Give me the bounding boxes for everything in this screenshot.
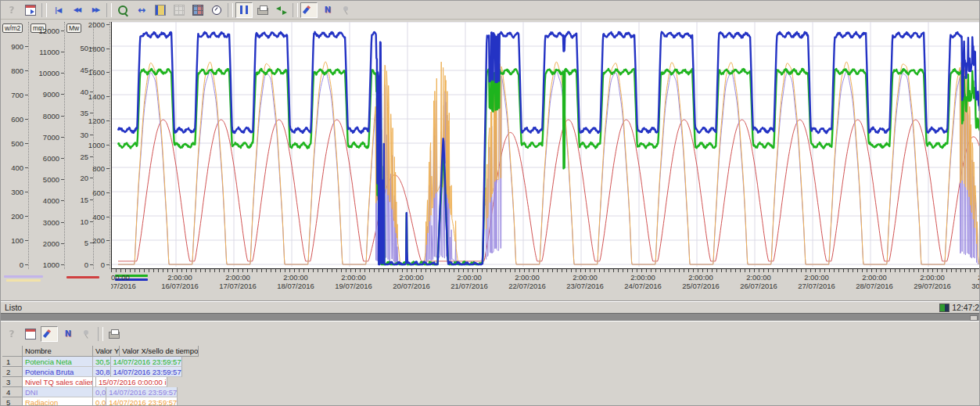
clockt-button[interactable] bbox=[208, 2, 225, 18]
y-axis-w/m2[interactable]: w/m29008007006005004003002001000 bbox=[1, 22, 29, 269]
cell-nombre[interactable]: Potencia Neta bbox=[23, 357, 93, 367]
x-tick-label: 2:00:0023/07/2016 bbox=[556, 273, 614, 290]
y-tick-mark bbox=[106, 24, 109, 25]
y-tick-mark bbox=[25, 216, 28, 217]
y-tick-label: 25 bbox=[80, 152, 88, 160]
toolbar-separator bbox=[293, 3, 298, 17]
pen-icon bbox=[44, 329, 55, 340]
y-tick-mark bbox=[106, 72, 109, 73]
x-tick-label: 2:00:0025/07/2016 bbox=[672, 273, 730, 290]
trend-plot[interactable] bbox=[112, 22, 980, 269]
series-dni[interactable] bbox=[118, 71, 980, 264]
panel-splitter[interactable] bbox=[1, 313, 980, 322]
compress-button[interactable] bbox=[152, 2, 169, 18]
letters-icon: N bbox=[322, 5, 333, 16]
cell-valor_y[interactable]: 30,5 bbox=[93, 357, 111, 367]
cell-nombre[interactable]: Potencia Bruta bbox=[23, 367, 93, 377]
x-tick-label: 2:00:0022/07/2016 bbox=[498, 273, 556, 290]
pen-button[interactable] bbox=[41, 326, 58, 342]
pin-button[interactable] bbox=[338, 2, 355, 18]
pan-button[interactable]: ↔ bbox=[133, 2, 150, 18]
legend-mark-radiacion bbox=[6, 279, 41, 282]
y-tick-label: 10 bbox=[80, 217, 88, 225]
y-tick-mark bbox=[25, 240, 28, 241]
trend-chart-area: w/m29008007006005004003002001000mm120001… bbox=[1, 20, 980, 313]
letters-button[interactable]: N bbox=[319, 2, 336, 18]
cell-valor_y[interactable]: 30,8 bbox=[93, 367, 111, 377]
table-header-row: NombreValor YValor X/sello de tiempo bbox=[2, 346, 979, 357]
row-number: 2 bbox=[2, 367, 23, 377]
y-tick-mark bbox=[90, 264, 93, 265]
pin-button[interactable] bbox=[78, 326, 95, 342]
table-row[interactable]: 2Potencia Bruta30,814/07/2016 23:59:57 bbox=[2, 367, 979, 377]
x-tick-date: 18/07/2016 bbox=[267, 282, 325, 290]
y-tick-mark bbox=[61, 222, 64, 223]
help-button[interactable]: ? bbox=[3, 326, 20, 342]
splitter-button[interactable] bbox=[970, 315, 978, 321]
page-forward-button[interactable]: ▶▶ bbox=[87, 2, 104, 18]
pan-icon: ↔ bbox=[136, 5, 147, 16]
export-img-icon bbox=[25, 329, 36, 340]
cell-valor_y[interactable]: 0,0 bbox=[93, 387, 106, 397]
chart-toolbar: ?|◀◀◀▶▶↔N bbox=[1, 1, 979, 20]
column-header-2[interactable]: Valor Y bbox=[93, 346, 120, 357]
y-tick-label: 300 bbox=[11, 188, 23, 196]
table-row[interactable]: 4DNI0,014/07/2016 23:59:57 bbox=[2, 387, 979, 397]
cell-nombre[interactable]: DNI bbox=[23, 387, 93, 397]
x-tick-label: 2:00:0019/07/2016 bbox=[325, 273, 382, 290]
cell-nombre[interactable]: Radiacion bbox=[23, 397, 93, 406]
x-tick-date: 30/07/2016 bbox=[961, 282, 980, 290]
print-button[interactable] bbox=[254, 2, 271, 18]
letters-button[interactable]: N bbox=[59, 326, 77, 342]
jump-start-button[interactable]: |◀ bbox=[49, 2, 66, 18]
y-tick-mark bbox=[25, 264, 28, 265]
y-tick-mark bbox=[61, 116, 64, 117]
pin-icon bbox=[81, 329, 92, 340]
trend-window: ?|◀◀◀▶▶↔N w/m290080070060050040030020010… bbox=[0, 0, 980, 406]
x-tick-label: 0:00:0015/07/2016 bbox=[111, 273, 146, 290]
series-potencia-bruta[interactable] bbox=[118, 32, 980, 264]
series-potencia-neta[interactable] bbox=[118, 69, 980, 264]
time-range-button[interactable] bbox=[22, 2, 39, 18]
row-number: 5 bbox=[2, 397, 23, 406]
x-tick-time: 2:00:00 bbox=[382, 273, 440, 282]
y-tick-mark bbox=[106, 49, 109, 49]
cell-nombre[interactable]: Nivel TQ sales calientes bbox=[23, 377, 93, 387]
export-img-button[interactable] bbox=[22, 326, 39, 342]
y-tick-mark bbox=[61, 52, 64, 52]
x-tick-date: 21/07/2016 bbox=[440, 282, 498, 290]
cell-valor_x[interactable]: 14/07/2016 23:59:57 bbox=[106, 387, 178, 397]
cell-valor_x[interactable]: 14/07/2016 23:59:57 bbox=[111, 367, 182, 377]
plot-area[interactable] bbox=[111, 22, 980, 269]
zoom-in-button[interactable] bbox=[114, 2, 131, 18]
stats-button[interactable] bbox=[189, 2, 206, 18]
y-tick-label: 11000 bbox=[39, 48, 59, 56]
export-button[interactable] bbox=[273, 2, 290, 18]
cell-valor_x[interactable]: 15/07/2016 0:00:00 i bbox=[96, 377, 167, 387]
cell-valor_x[interactable]: 14/07/2016 23:59:57 bbox=[106, 397, 178, 406]
y-tick-label: 5000 bbox=[43, 175, 59, 184]
y-axis-right[interactable]: 2000180016001400120010008006004002000 bbox=[94, 22, 110, 269]
cell-valor_x[interactable]: 14/07/2016 23:59:57 bbox=[111, 357, 182, 367]
column-header-3[interactable]: Valor X/sello de tiempo bbox=[120, 346, 199, 357]
column-header-1[interactable]: Nombre bbox=[23, 346, 93, 357]
y-tick-mark bbox=[90, 135, 93, 135]
y-tick-label: 2000 bbox=[88, 20, 105, 29]
jump-start-icon: |◀ bbox=[52, 5, 63, 16]
help-button[interactable]: ? bbox=[3, 2, 20, 18]
table-row[interactable]: 1Potencia Neta30,514/07/2016 23:59:57 bbox=[2, 357, 979, 367]
series-radiacion[interactable] bbox=[118, 62, 980, 264]
print-button[interactable] bbox=[106, 326, 123, 342]
page-back-button[interactable]: ◀◀ bbox=[68, 2, 85, 18]
cell-valor_y[interactable]: 0,0 bbox=[93, 397, 106, 406]
pause-button[interactable] bbox=[235, 2, 253, 18]
status-clock-box: 12:47:20 bbox=[939, 302, 980, 314]
pen-button[interactable] bbox=[300, 2, 318, 18]
grid-button[interactable] bbox=[171, 2, 188, 18]
table-row[interactable]: 3Nivel TQ sales calientes15/07/2016 0:00… bbox=[2, 377, 979, 387]
y-axis-mm[interactable]: mm12000110001000090008000700060005000400… bbox=[29, 22, 65, 269]
x-tick-time: 2:00:00 bbox=[325, 273, 382, 282]
x-tick-time: 2:00:00 bbox=[209, 273, 267, 282]
x-tick-date: 15/07/2016 bbox=[111, 282, 146, 290]
table-row[interactable]: 5Radiacion0,014/07/2016 23:59:57 bbox=[2, 397, 979, 406]
